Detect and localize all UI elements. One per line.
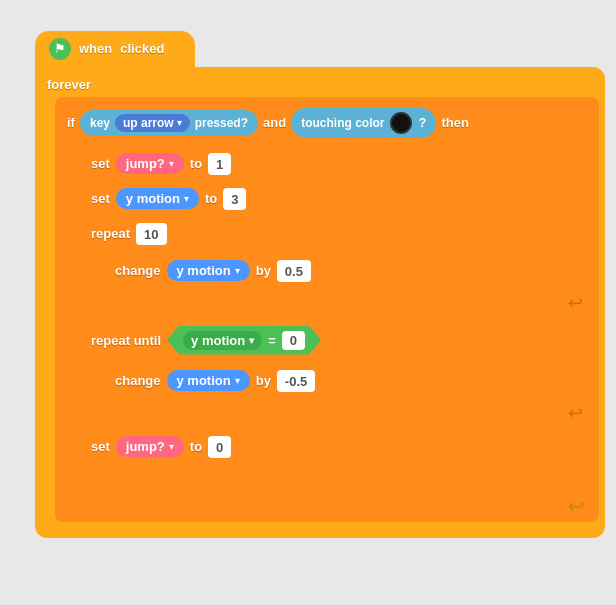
by2-label: by	[256, 373, 271, 388]
color-swatch[interactable]	[390, 112, 412, 134]
forever-text: forever	[47, 77, 91, 92]
jump-var-name: jump?	[126, 156, 165, 171]
eq-value-box[interactable]: 0	[282, 331, 305, 350]
loop-arrow-1: ↩	[568, 292, 583, 314]
set-ymotion-3-block[interactable]: set y motion ▾ to 3	[83, 183, 591, 215]
by2-value: -0.5	[285, 374, 307, 389]
repeat-until-header: repeat until y motion ▾ = 0	[83, 321, 591, 360]
set2-value: 3	[231, 192, 238, 207]
scratch-canvas: ⚑ when clicked forever if key	[13, 13, 603, 593]
by1-value-box[interactable]: 0.5	[277, 260, 311, 282]
repeat-until-inner: change y motion ▾ by -0.5	[103, 360, 591, 402]
change2-var: y motion	[177, 373, 231, 388]
dropdown-change1[interactable]: ▾	[235, 265, 240, 276]
change1-var: y motion	[177, 263, 231, 278]
repeat-until-arrow: ↩	[83, 402, 591, 428]
loop-arrow-forever: ↩	[568, 494, 585, 518]
green-flag-icon: ⚑	[49, 38, 71, 60]
repeat-header: repeat 10	[83, 218, 591, 250]
set3-value-box[interactable]: 0	[208, 436, 231, 458]
eq-value: 0	[290, 333, 297, 348]
condition-var: y motion	[191, 333, 245, 348]
set1-to: to	[190, 156, 202, 171]
set2-label: set	[91, 191, 110, 206]
change-ymotion-neg05-block[interactable]: change y motion ▾ by -0.5	[107, 365, 587, 397]
set2-to: to	[205, 191, 217, 206]
pressed-label: pressed?	[195, 116, 248, 130]
forever-label: forever	[41, 73, 599, 97]
jump-var2-pill[interactable]: jump? ▾	[116, 436, 184, 457]
if-inner: set jump? ▾ to 1 set	[79, 143, 595, 476]
question-mark: ?	[418, 115, 426, 130]
key-label: key	[90, 116, 110, 130]
set3-value: 0	[216, 440, 223, 455]
clicked-label: clicked	[120, 41, 164, 56]
dropdown-ymotion[interactable]: ▾	[184, 193, 189, 204]
dropdown-condition[interactable]: ▾	[249, 335, 254, 346]
ymotion-condition-pill[interactable]: y motion ▾	[183, 331, 262, 350]
loop-arrow-2: ↩	[568, 402, 583, 424]
touching-color-pill[interactable]: touching color ?	[291, 108, 436, 138]
forever-block[interactable]: forever if key up arrow ▾	[35, 67, 605, 538]
and-label: and	[263, 115, 286, 130]
when-clicked-block[interactable]: ⚑ when clicked	[35, 31, 195, 67]
ymotion-change2-pill[interactable]: y motion ▾	[167, 370, 250, 391]
jump-var-pill[interactable]: jump? ▾	[116, 153, 184, 174]
dropdown-change2[interactable]: ▾	[235, 375, 240, 386]
jump-var2-name: jump?	[126, 439, 165, 454]
if-header: if key up arrow ▾ pressed? and	[59, 103, 595, 143]
repeat1-value-box[interactable]: 10	[136, 223, 166, 245]
when-label: when	[79, 41, 112, 56]
touching-label: touching color	[301, 116, 384, 130]
dropdown-jump1[interactable]: ▾	[169, 158, 174, 169]
repeat-until-condition[interactable]: y motion ▾ = 0	[167, 326, 321, 355]
repeat-10-block[interactable]: repeat 10 change	[83, 218, 591, 318]
set-jump-1-block[interactable]: set jump? ▾ to 1	[83, 148, 591, 180]
if-footer-space	[83, 466, 591, 474]
change1-label: change	[115, 263, 161, 278]
then-label: then	[441, 115, 468, 130]
change2-label: change	[115, 373, 161, 388]
set3-to: to	[190, 439, 202, 454]
by1-value: 0.5	[285, 264, 303, 279]
ymotion-var-pill[interactable]: y motion ▾	[116, 188, 199, 209]
set1-value: 1	[216, 157, 223, 172]
forever-arrow: ↩	[59, 492, 595, 518]
set1-value-box[interactable]: 1	[208, 153, 231, 175]
dropdown-jump2[interactable]: ▾	[169, 441, 174, 452]
key-pressed-pill[interactable]: key up arrow ▾ pressed?	[80, 110, 258, 136]
set-jump-0-block[interactable]: set jump? ▾ to 0	[83, 431, 591, 463]
eq-label: =	[268, 333, 276, 348]
if-label: if	[67, 115, 75, 130]
set2-value-box[interactable]: 3	[223, 188, 246, 210]
dropdown-arrow-key[interactable]: ▾	[177, 117, 182, 128]
ymotion-change-pill[interactable]: y motion ▾	[167, 260, 250, 281]
set3-label: set	[91, 439, 110, 454]
repeat-until-label: repeat until	[91, 333, 161, 348]
repeat1-value: 10	[144, 227, 158, 242]
key-value: up arrow	[123, 116, 174, 130]
repeat-inner: change y motion ▾ by 0.5	[103, 250, 591, 292]
if-footer	[59, 476, 595, 490]
repeat-until-block[interactable]: repeat until y motion ▾ = 0	[83, 321, 591, 428]
by2-value-box[interactable]: -0.5	[277, 370, 315, 392]
change-ymotion-05-block[interactable]: change y motion ▾ by 0.5	[107, 255, 587, 287]
repeat1-arrow: ↩	[83, 292, 591, 318]
ymotion-var-name: y motion	[126, 191, 180, 206]
set1-label: set	[91, 156, 110, 171]
if-block[interactable]: if key up arrow ▾ pressed? and	[59, 103, 595, 490]
repeat1-label: repeat	[91, 226, 130, 241]
by1-label: by	[256, 263, 271, 278]
forever-inner: if key up arrow ▾ pressed? and	[55, 97, 599, 522]
key-value-pill[interactable]: up arrow ▾	[115, 114, 190, 132]
